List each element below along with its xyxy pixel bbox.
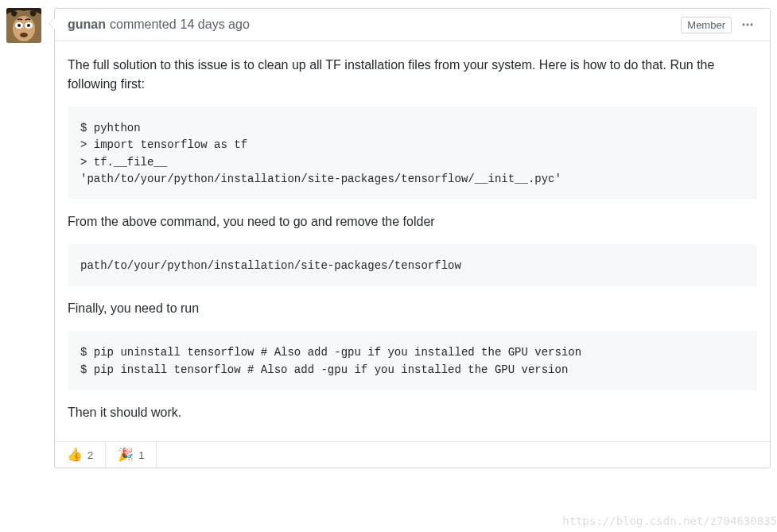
reactions-bar: 👍 2 🎉 1	[55, 441, 770, 468]
svg-point-4	[17, 24, 21, 27]
member-badge: Member	[681, 17, 732, 33]
timestamp[interactable]: 14 days ago	[181, 17, 250, 32]
comment-header: gunan commented 14 days ago Member	[55, 9, 770, 41]
paragraph: Finally, you need to run	[68, 299, 757, 318]
avatar[interactable]	[6, 8, 41, 43]
thumbsup-icon: 👍	[67, 449, 83, 461]
svg-point-5	[27, 24, 30, 27]
reaction-count: 1	[138, 449, 144, 461]
svg-point-1	[13, 16, 35, 41]
comment-box: gunan commented 14 days ago Member The f…	[54, 8, 771, 468]
author-link[interactable]: gunan	[68, 17, 106, 32]
comment-body: The full solution to this issue is to cl…	[55, 41, 770, 441]
svg-point-6	[20, 33, 28, 37]
paragraph: The full solution to this issue is to cl…	[68, 56, 757, 94]
party-icon: 🎉	[118, 449, 134, 461]
code-block: path/to/your/python/installation/site-pa…	[68, 244, 757, 286]
reaction-party[interactable]: 🎉 1	[106, 442, 157, 468]
code-block: $ pip uninstall tensorflow # Also add -g…	[68, 331, 757, 390]
comment-container: gunan commented 14 days ago Member The f…	[0, 0, 777, 476]
reaction-count: 2	[87, 449, 93, 461]
commented-label: commented	[110, 17, 177, 32]
paragraph: From the above command, you need to go a…	[68, 212, 757, 231]
code-block: $ pyhthon > import tensorflow as tf > tf…	[68, 107, 757, 200]
kebab-icon[interactable]	[738, 15, 757, 34]
reaction-thumbsup[interactable]: 👍 2	[55, 442, 106, 468]
paragraph: Then it should work.	[68, 403, 757, 422]
